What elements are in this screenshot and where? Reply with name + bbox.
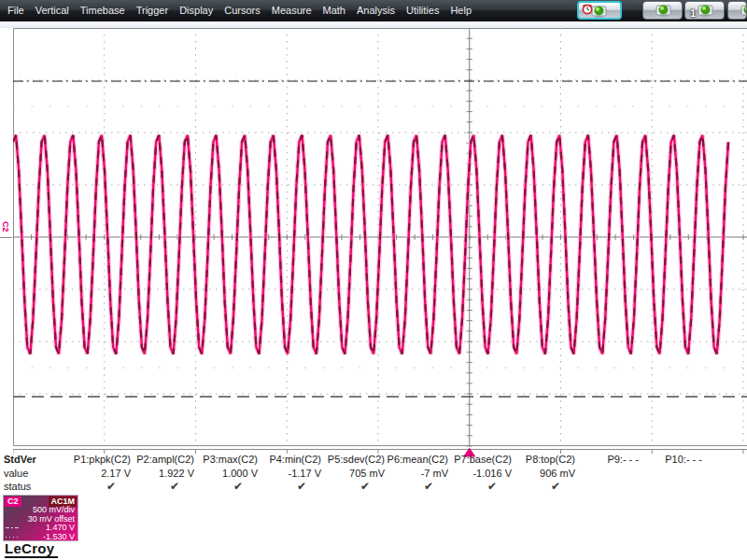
lower-level-value: -1.530 V (43, 532, 75, 541)
menu-help[interactable]: Help (450, 0, 472, 21)
channel-c2-axis-label[interactable]: C2 (1, 221, 10, 232)
measurement-table: StdVerP1:pkpk(C2)P2:ampl(C2)P3:max(C2)P4… (4, 453, 702, 494)
menu-utilities[interactable]: Utilities (406, 0, 439, 21)
menu-math[interactable]: Math (323, 0, 345, 21)
menu-items: FileVerticalTimebaseTriggerDisplayCursor… (0, 0, 472, 21)
measure-param-header[interactable]: P2:ampl(C2) (131, 453, 194, 467)
measure-param-value: -1.016 V (448, 467, 512, 481)
channel-c2-zero-line (0, 237, 12, 238)
menu-file[interactable]: File (7, 0, 24, 21)
measure-param-header[interactable]: P1:pkpk(C2) (67, 453, 131, 467)
measure-param-status: ✔ (194, 480, 258, 494)
measure-param-value (639, 467, 702, 481)
measure-row-label-stdver: StdVer (4, 453, 67, 467)
measure-param-value (575, 467, 639, 481)
lecroy-logo: LeCroy (5, 541, 58, 558)
measure-param-status: ✔ (512, 480, 575, 494)
measure-param-header[interactable]: P4:min(C2) (258, 453, 321, 467)
upper-level-value: 1.470 V (46, 523, 75, 532)
measure-param-value: 705 mV (321, 467, 385, 481)
menu-display[interactable]: Display (179, 0, 213, 21)
measure-param-value: 1.000 V (194, 467, 258, 481)
c2-descriptor-box[interactable]: C2 AC1M 500 mV/div 30 mV offset 1.470 V … (3, 495, 78, 541)
measure-param-value: 2.17 V (67, 467, 131, 481)
measure-param-status: ✔ (385, 480, 448, 494)
measure-param-header[interactable]: P10:- - - (639, 453, 702, 467)
menu-timebase[interactable]: Timebase (80, 0, 125, 21)
measure-param-status: ✔ (321, 480, 385, 494)
measure-param-header[interactable]: P3:max(C2) (194, 453, 258, 467)
menu-analysis[interactable]: Analysis (357, 0, 395, 21)
c2-waveform-glow (13, 135, 728, 354)
menu-vertical[interactable]: Vertical (35, 0, 69, 21)
measure-param-header[interactable]: P7:base(C2) (448, 453, 512, 467)
measure-row-label-status: status (4, 480, 67, 494)
measure-param-header[interactable]: P8:top(C2) (512, 453, 575, 467)
measure-param-status (575, 480, 639, 494)
measure-param-status (639, 480, 702, 494)
measure-param-value: -7 mV (385, 467, 448, 481)
measure-param-status: ✔ (67, 480, 131, 494)
measure-param-value: -1.17 V (258, 467, 321, 481)
channel-orb-button-1[interactable]: 1 (684, 1, 725, 20)
timer-capture-button[interactable] (577, 1, 622, 20)
waveform-grid (13, 28, 747, 459)
dotted-line-icon (6, 537, 20, 538)
measure-param-status: ✔ (258, 480, 321, 494)
toolbar-button-badge: 1 (690, 8, 696, 19)
measure-param-value: 906 mV (512, 467, 575, 481)
menu-measure[interactable]: Measure (272, 0, 312, 21)
measure-param-header[interactable]: P6:mean(C2) (385, 453, 448, 467)
measure-param-value: 1.922 V (131, 467, 194, 481)
measure-row-label-value: value (4, 467, 67, 481)
menu-cursors[interactable]: Cursors (224, 0, 261, 21)
menu-trigger[interactable]: Trigger (136, 0, 168, 21)
measure-param-header[interactable]: P9:- - - (575, 453, 639, 467)
waveform-display (13, 28, 747, 459)
measure-param-status: ✔ (448, 480, 512, 494)
dashdot-line-icon (6, 527, 20, 528)
measure-param-status: ✔ (131, 480, 194, 494)
channel-orb-button-a[interactable] (642, 1, 683, 20)
oscilloscope-screen: FileVerticalTimebaseTriggerDisplayCursor… (0, 0, 747, 560)
channel-orb-button-b[interactable] (727, 1, 747, 20)
measure-param-header[interactable]: P5:sdev(C2) (321, 453, 385, 467)
quick-toolbar: 1 (575, 1, 747, 21)
menu-bar-lower-strip (0, 21, 747, 28)
